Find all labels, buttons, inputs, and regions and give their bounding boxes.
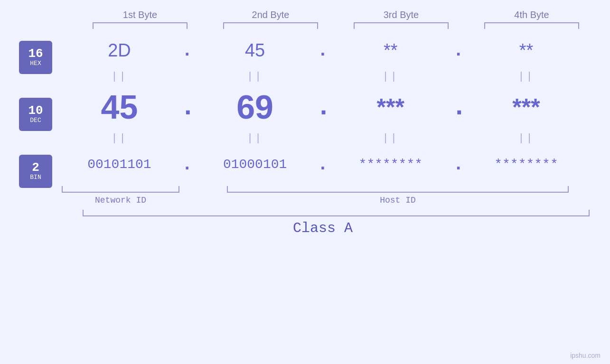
byte3-label: 3rd Byte [347, 9, 456, 20]
main-container: 1st Byte 2nd Byte 3rd Byte 4th Byte 16 H… [0, 0, 610, 364]
eq5: || [65, 132, 174, 144]
dot-bin-1: . [180, 154, 194, 175]
bottom-bracket-network [62, 186, 179, 193]
dec-b4: *** [471, 93, 581, 121]
bracket-byte2 [223, 22, 318, 29]
full-bottom-bracket [83, 210, 590, 216]
dot-hex-2: . [316, 40, 330, 61]
byte4-label: 4th Byte [477, 9, 586, 20]
equals-row-2: || || || || [62, 131, 584, 145]
hex-b4: ** [471, 40, 581, 61]
hex-badge: 16 HEX [19, 41, 52, 74]
dec-b1: 45 [65, 88, 174, 126]
bracket-byte1 [93, 22, 188, 29]
hex-b3: ** [336, 40, 445, 61]
bin-badge: 2 BIN [19, 155, 52, 188]
dot-bin-3: . [451, 154, 466, 175]
bin-data-row: 00101101 . 01000101 . ******** . *******… [62, 145, 584, 183]
dec-badge: 10 DEC [19, 98, 52, 131]
eq4: || [471, 71, 581, 83]
byte1-label: 1st Byte [85, 9, 195, 20]
eq1: || [65, 71, 174, 83]
dot-hex-1: . [180, 40, 194, 61]
watermark: ipshu.com [570, 352, 601, 359]
eq3: || [336, 71, 445, 83]
data-rows: 2D . 45 . ** . ** || || || || 45 [62, 31, 610, 236]
eq8: || [471, 132, 581, 144]
bin-b3: ******** [336, 157, 445, 172]
bracket-byte4 [484, 22, 579, 29]
byte2-label: 2nd Byte [216, 9, 325, 20]
dot-dec-3: . [451, 93, 466, 122]
eq2: || [200, 71, 310, 83]
class-label: Class A [62, 220, 584, 236]
host-id-label: Host ID [227, 196, 569, 205]
id-labels-row: Network ID Host ID [62, 196, 584, 205]
bracket-byte3 [354, 22, 449, 29]
hex-data-row: 2D . 45 . ** . ** [62, 31, 584, 69]
eq6: || [200, 132, 310, 144]
dec-b2: 69 [200, 88, 310, 126]
equals-row-1: || || || || [62, 69, 584, 84]
dec-b3: *** [336, 93, 445, 121]
bottom-bracket-host [227, 186, 569, 193]
bin-b2: 01000101 [200, 157, 310, 172]
header-row: 1st Byte 2nd Byte 3rd Byte 4th Byte [75, 9, 597, 20]
dot-hex-3: . [451, 40, 466, 61]
dot-dec-2: . [316, 93, 330, 122]
bin-b1: 00101101 [65, 157, 174, 172]
bin-b4: ******** [471, 157, 581, 172]
dec-data-row: 45 . 69 . *** . *** [62, 84, 584, 131]
dot-dec-1: . [180, 93, 194, 122]
hex-b1: 2D [65, 40, 174, 61]
dot-bin-2: . [316, 154, 330, 175]
eq7: || [336, 132, 445, 144]
network-id-label: Network ID [62, 196, 179, 205]
badges-column: 16 HEX 10 DEC 2 BIN [0, 31, 62, 236]
bottom-brackets-row [62, 186, 584, 193]
hex-b2: 45 [200, 40, 310, 61]
top-brackets [75, 22, 597, 29]
